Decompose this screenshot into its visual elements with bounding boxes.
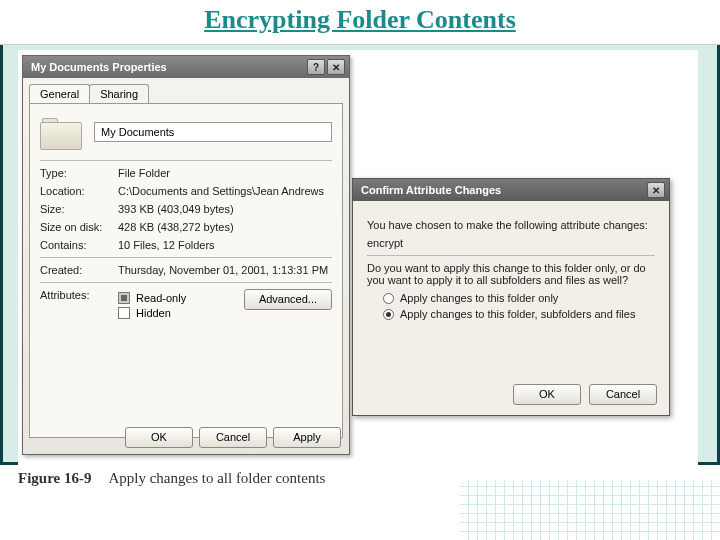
properties-dialog: My Documents Properties ? ✕ General Shar… (22, 55, 350, 455)
hidden-label: Hidden (136, 307, 171, 319)
size-value: 393 KB (403,049 bytes) (118, 203, 332, 215)
contains-label: Contains: (40, 239, 118, 251)
apply-button[interactable]: Apply (273, 427, 341, 448)
cancel-button[interactable]: Cancel (199, 427, 267, 448)
hidden-checkbox[interactable]: Hidden (118, 307, 244, 319)
location-value: C:\Documents and Settings\Jean Andrews (118, 185, 332, 197)
help-button[interactable]: ? (307, 59, 325, 75)
ok-button[interactable]: OK (513, 384, 581, 405)
radio-label-all: Apply changes to this folder, subfolders… (400, 308, 635, 320)
decorative-grid (460, 480, 720, 540)
created-label: Created: (40, 264, 118, 276)
sizeondisk-label: Size on disk: (40, 221, 118, 233)
advanced-button[interactable]: Advanced... (244, 289, 332, 310)
properties-titlebar: My Documents Properties ? ✕ (23, 56, 349, 78)
attributes-label: Attributes: (40, 289, 118, 301)
ok-button[interactable]: OK (125, 427, 193, 448)
figure-text: Apply changes to all folder contents (108, 470, 325, 486)
general-panel: My Documents Type:File Folder Location:C… (29, 103, 343, 438)
location-label: Location: (40, 185, 118, 197)
radio-icon (383, 309, 394, 320)
radio-all[interactable]: Apply changes to this folder, subfolders… (383, 308, 655, 320)
figure-number: Figure 16-9 (18, 470, 91, 486)
slide-title: Encrypting Folder Contents (0, 0, 720, 45)
confirm-lead: You have chosen to make the following at… (367, 219, 655, 231)
radio-label-folder-only: Apply changes to this folder only (400, 292, 558, 304)
tab-general[interactable]: General (29, 84, 90, 103)
contains-value: 10 Files, 12 Folders (118, 239, 332, 251)
confirm-change: encrypt (367, 237, 655, 249)
confirm-titlebar: Confirm Attribute Changes ✕ (353, 179, 669, 201)
properties-title: My Documents Properties (27, 61, 305, 73)
confirm-question: Do you want to apply this change to this… (367, 262, 655, 286)
readonly-label: Read-only (136, 292, 186, 304)
checkbox-icon (118, 292, 130, 304)
type-label: Type: (40, 167, 118, 179)
radio-folder-only[interactable]: Apply changes to this folder only (383, 292, 655, 304)
sizeondisk-value: 428 KB (438,272 bytes) (118, 221, 332, 233)
confirm-dialog: Confirm Attribute Changes ✕ You have cho… (352, 178, 670, 416)
size-label: Size: (40, 203, 118, 215)
created-value: Thursday, November 01, 2001, 1:13:31 PM (118, 264, 332, 276)
confirm-title: Confirm Attribute Changes (357, 184, 645, 196)
radio-icon (383, 293, 394, 304)
folder-icon (40, 114, 82, 150)
tab-sharing[interactable]: Sharing (89, 84, 149, 103)
checkbox-icon (118, 307, 130, 319)
cancel-button[interactable]: Cancel (589, 384, 657, 405)
figure-caption: Figure 16-9 Apply changes to all folder … (18, 470, 325, 487)
close-button[interactable]: ✕ (647, 182, 665, 198)
type-value: File Folder (118, 167, 332, 179)
readonly-checkbox[interactable]: Read-only (118, 292, 244, 304)
tab-strip: General Sharing (23, 78, 349, 103)
close-button[interactable]: ✕ (327, 59, 345, 75)
folder-name-input[interactable]: My Documents (94, 122, 332, 142)
